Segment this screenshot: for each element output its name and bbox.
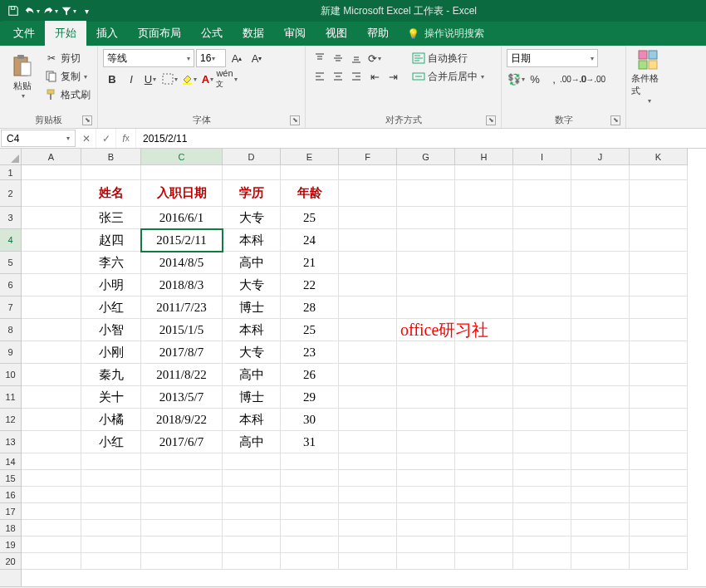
- col-header-E[interactable]: E: [281, 149, 339, 164]
- cell-D8[interactable]: 本科: [223, 319, 281, 341]
- cell-F5[interactable]: [339, 252, 397, 274]
- cell-G3[interactable]: [397, 207, 455, 229]
- row-header-18[interactable]: 18: [0, 520, 21, 537]
- cell-H19[interactable]: [455, 537, 513, 553]
- cell-F2[interactable]: [339, 180, 397, 207]
- cell-A13[interactable]: [22, 431, 81, 453]
- cell-A8[interactable]: [22, 319, 81, 341]
- cell-C5[interactable]: 2014/8/5: [141, 252, 223, 274]
- cell-B8[interactable]: 小智: [81, 319, 141, 341]
- cell-B3[interactable]: 张三: [81, 207, 141, 229]
- format-painter-button[interactable]: 格式刷: [43, 86, 92, 104]
- cell-J19[interactable]: [571, 537, 630, 553]
- cell-E6[interactable]: 22: [281, 274, 339, 296]
- cell-H13[interactable]: [455, 431, 513, 453]
- col-header-I[interactable]: I: [513, 149, 571, 164]
- row-header-5[interactable]: 5: [0, 252, 21, 274]
- tab-formula[interactable]: 公式: [191, 21, 233, 46]
- cell-E15[interactable]: [281, 470, 339, 487]
- cell-J14[interactable]: [571, 453, 630, 470]
- cell-F15[interactable]: [339, 470, 397, 487]
- cell-D10[interactable]: 高中: [223, 364, 281, 386]
- indent-increase-button[interactable]: ⇥: [384, 67, 402, 86]
- cell-J1[interactable]: [571, 165, 630, 180]
- cell-E3[interactable]: 25: [281, 207, 339, 229]
- cell-H18[interactable]: [455, 520, 513, 537]
- formula-input[interactable]: 2015/2/11: [136, 129, 706, 148]
- decrease-decimal-button[interactable]: .0→.00: [583, 70, 601, 88]
- cell-H15[interactable]: [455, 470, 513, 487]
- cell-B12[interactable]: 小橘: [81, 409, 141, 431]
- cell-J20[interactable]: [571, 553, 630, 570]
- qat-redo-icon[interactable]: ▾: [42, 2, 58, 19]
- cell-K20[interactable]: [630, 553, 688, 570]
- cell-I17[interactable]: [513, 503, 571, 520]
- cell-F20[interactable]: [339, 553, 397, 570]
- cell-J15[interactable]: [571, 470, 630, 487]
- cell-I13[interactable]: [513, 431, 571, 453]
- font-size-combo[interactable]: 16▾: [196, 49, 226, 67]
- cell-J4[interactable]: [571, 229, 630, 252]
- cell-B17[interactable]: [81, 503, 141, 520]
- cell-A20[interactable]: [22, 553, 81, 570]
- currency-button[interactable]: 💱▾: [507, 70, 525, 88]
- cell-J2[interactable]: [571, 180, 630, 207]
- qat-save-icon[interactable]: [5, 2, 22, 19]
- qat-customize-icon[interactable]: ▾: [78, 2, 95, 19]
- cell-B20[interactable]: [81, 553, 141, 570]
- cell-B4[interactable]: 赵四: [81, 229, 141, 252]
- cell-E19[interactable]: [281, 537, 339, 553]
- cell-G6[interactable]: [397, 274, 455, 296]
- cell-A3[interactable]: [22, 207, 81, 229]
- cell-F1[interactable]: [339, 165, 397, 180]
- phonetic-button[interactable]: wén文▾: [218, 70, 236, 88]
- row-header-14[interactable]: 14: [0, 453, 21, 470]
- cell-A19[interactable]: [22, 537, 81, 553]
- cell-K15[interactable]: [630, 470, 688, 487]
- cell-H5[interactable]: [455, 252, 513, 274]
- cell-I9[interactable]: [513, 341, 571, 364]
- wrap-text-button[interactable]: 自动换行: [410, 49, 486, 67]
- cell-J9[interactable]: [571, 341, 630, 364]
- cell-E9[interactable]: 23: [281, 341, 339, 364]
- row-header-17[interactable]: 17: [0, 503, 21, 520]
- cell-F13[interactable]: [339, 431, 397, 453]
- cell-K9[interactable]: [630, 341, 688, 364]
- cell-F16[interactable]: [339, 487, 397, 503]
- cell-D13[interactable]: 高中: [223, 431, 281, 453]
- cell-E18[interactable]: [281, 520, 339, 537]
- cell-D19[interactable]: [223, 537, 281, 553]
- name-box[interactable]: C4▾: [1, 130, 76, 147]
- cells-area[interactable]: 姓名入职日期学历年龄张三2016/6/1大专25赵四2015/2/11本科24李…: [22, 165, 688, 586]
- paste-button[interactable]: 粘贴▾: [5, 49, 40, 104]
- cell-B5[interactable]: 李六: [81, 252, 141, 274]
- cell-E5[interactable]: 21: [281, 252, 339, 274]
- col-header-D[interactable]: D: [223, 149, 281, 164]
- cell-J5[interactable]: [571, 252, 630, 274]
- cell-K7[interactable]: [630, 296, 688, 319]
- tab-home[interactable]: 开始: [45, 21, 86, 46]
- cell-E7[interactable]: 28: [281, 296, 339, 319]
- col-header-C[interactable]: C: [141, 149, 223, 164]
- cell-C2[interactable]: 入职日期: [141, 180, 223, 207]
- cell-I20[interactable]: [513, 553, 571, 570]
- cell-E11[interactable]: 29: [281, 386, 339, 409]
- tab-review[interactable]: 审阅: [274, 21, 316, 46]
- cell-E10[interactable]: 26: [281, 364, 339, 386]
- cell-K8[interactable]: [630, 319, 688, 341]
- row-header-10[interactable]: 10: [0, 364, 21, 386]
- border-button[interactable]: ▾: [160, 70, 179, 88]
- bold-button[interactable]: B: [103, 70, 121, 88]
- cell-I12[interactable]: [513, 409, 571, 431]
- cell-F17[interactable]: [339, 503, 397, 520]
- cell-A10[interactable]: [22, 364, 81, 386]
- tab-file[interactable]: 文件: [3, 21, 45, 46]
- cell-I11[interactable]: [513, 386, 571, 409]
- cell-H1[interactable]: [455, 165, 513, 180]
- cell-K13[interactable]: [630, 431, 688, 453]
- cell-C6[interactable]: 2018/8/3: [141, 274, 223, 296]
- cell-B16[interactable]: [81, 487, 141, 503]
- cell-D14[interactable]: [223, 453, 281, 470]
- cell-F14[interactable]: [339, 453, 397, 470]
- cell-A18[interactable]: [22, 520, 81, 537]
